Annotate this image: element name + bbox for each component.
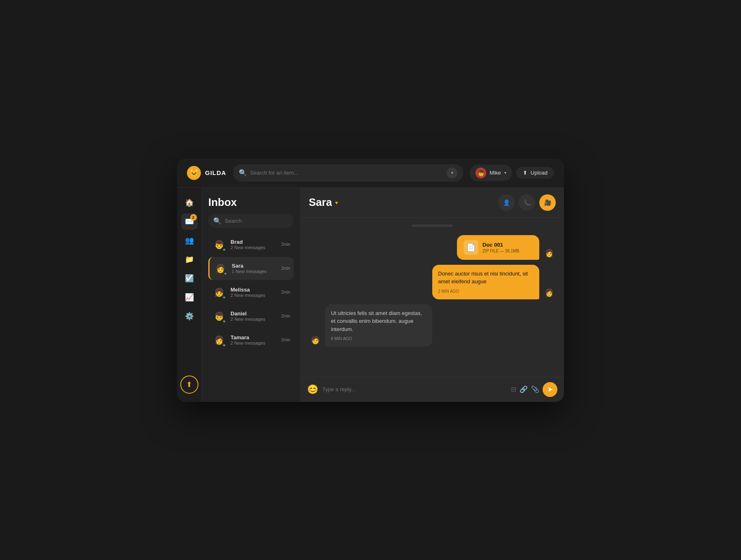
- call-button[interactable]: 📞: [519, 194, 535, 211]
- chat-actions: 👤 📞 🎥: [498, 194, 556, 211]
- contact-avatar-tamara: 👩: [212, 333, 226, 348]
- message-time-left-1: 8 MIN AGO: [331, 336, 426, 342]
- chat-input-area: 😊 ⊟ 🔗 📎 ➤: [301, 377, 564, 402]
- contact-time-brad: 2min: [281, 242, 290, 247]
- contact-sub-tamara: 2 New messages: [231, 341, 277, 345]
- inbox-badge: 2: [190, 214, 197, 221]
- contact-name-tamara: Tamara: [231, 334, 277, 341]
- contact-item-brad[interactable]: 👦 Brad 2 New messages 2min: [208, 233, 294, 256]
- user-avatar: 👦: [475, 168, 486, 178]
- sidebar-item-files[interactable]: 📁: [181, 251, 198, 268]
- msg-avatar-mike: 🧑: [309, 334, 322, 347]
- add-contact-button[interactable]: 👤: [498, 194, 515, 211]
- chat-messages: 📄 Doc 001 ZIP FILE — 36.1MB 👩 Donec auct…: [301, 218, 564, 377]
- message-bubble-left-1: Ut ultricies felis sit amet diam egestas…: [325, 304, 432, 347]
- inbox-search-input[interactable]: [225, 218, 289, 224]
- message-row-right-1: Donec auctor risus et nisi tincidunt, si…: [309, 265, 556, 299]
- message-row-file: 📄 Doc 001 ZIP FILE — 36.1MB 👩: [309, 235, 556, 260]
- contact-item-tamara[interactable]: 👩 Tamara 2 New messages 2min: [208, 329, 294, 352]
- logo-icon: 🐱: [187, 166, 201, 180]
- contact-info-tamara: Tamara 2 New messages: [231, 334, 277, 345]
- attachment-icon[interactable]: 📎: [531, 385, 539, 393]
- sidebar-upload-icon: ⬆: [186, 380, 192, 389]
- contact-item-daniel[interactable]: 👦 Daniel 2 New messages 2min: [208, 305, 294, 328]
- contact-info-brad: Brad 2 New messages: [231, 239, 277, 250]
- logo-text: GILDA: [205, 169, 226, 176]
- home-icon: 🏠: [185, 198, 194, 207]
- search-icon: 🔍: [239, 169, 247, 177]
- chat-chevron-icon[interactable]: ▾: [335, 199, 338, 206]
- video-call-button[interactable]: 🎥: [539, 194, 556, 211]
- user-chevron-icon: ▾: [504, 170, 506, 175]
- upload-label: Upload: [531, 170, 548, 176]
- contact-sub-brad: 2 New messages: [231, 245, 277, 250]
- contact-avatar-melissa: 👧: [212, 285, 226, 300]
- settings-icon: ⚙️: [185, 312, 194, 321]
- contact-name-brad: Brad: [231, 239, 277, 245]
- files-icon: 📁: [185, 255, 194, 264]
- top-bar: 🐱 GILDA 🔍 ▾ 👦 Mike ▾ ⬆ Upload: [177, 159, 564, 188]
- sidebar-item-inbox[interactable]: ✉️ 2: [181, 213, 198, 230]
- phone-icon: 📞: [524, 199, 531, 206]
- contact-sub-sara: 1 New messages: [232, 269, 277, 274]
- status-dot-tamara: [222, 343, 226, 347]
- video-icon: 🎥: [544, 199, 551, 206]
- inbox-search-icon: 🔍: [213, 217, 221, 225]
- link-icon[interactable]: 🔗: [520, 385, 528, 393]
- file-meta: ZIP FILE — 36.1MB: [482, 249, 519, 253]
- contact-info-melissa: Melissa 2 New messages: [231, 287, 277, 298]
- status-dot-melissa: [222, 296, 226, 299]
- contact-info-daniel: Daniel 2 New messages: [231, 310, 277, 322]
- contact-avatar-daniel: 👦: [212, 309, 226, 324]
- chat-user-info: Sara ▾: [309, 196, 338, 209]
- message-row-left-1: 🧑 Ut ultricies felis sit amet diam egest…: [309, 304, 556, 347]
- inbox-search-bar[interactable]: 🔍: [208, 214, 294, 228]
- contact-time-melissa: 2min: [281, 290, 290, 294]
- message-text-left-1: Ut ultricies felis sit amet diam egestas…: [331, 310, 422, 332]
- search-dropdown-button[interactable]: ▾: [447, 168, 457, 178]
- contact-sub-melissa: 2 New messages: [231, 293, 277, 298]
- send-icon: ➤: [548, 385, 553, 393]
- sidebar-upload-button[interactable]: ⬆: [180, 376, 198, 394]
- msg-avatar-sara-1: 👩: [543, 247, 556, 260]
- message-bubble-right-1: Donec auctor risus et nisi tincidunt, si…: [432, 265, 539, 299]
- format-text-icon[interactable]: ⊟: [511, 385, 516, 393]
- contact-time-sara: 2min: [281, 266, 290, 271]
- scroll-indicator: [412, 224, 453, 227]
- contact-time-tamara: 2min: [281, 338, 290, 342]
- contact-name-melissa: Melissa: [231, 287, 277, 293]
- app-container: 🐱 GILDA 🔍 ▾ 👦 Mike ▾ ⬆ Upload 🏠: [177, 159, 564, 402]
- sidebar-item-tasks[interactable]: ☑️: [181, 270, 198, 287]
- contact-time-daniel: 2min: [281, 314, 290, 318]
- inbox-panel: Inbox 🔍 👦 Brad 2 New messages 2min: [202, 188, 301, 402]
- global-search-input[interactable]: [250, 170, 444, 176]
- send-button[interactable]: ➤: [543, 382, 557, 397]
- upload-button[interactable]: ⬆ Upload: [516, 167, 554, 179]
- emoji-button[interactable]: 😊: [307, 384, 318, 395]
- status-dot-daniel: [222, 320, 226, 323]
- contact-avatar-sara: 👩: [213, 261, 228, 276]
- chat-panel: Sara ▾ 👤 📞 🎥: [301, 188, 564, 402]
- message-time-right-1: 2 MIN AGO: [438, 288, 534, 294]
- msg-avatar-sara-2: 👩: [543, 286, 556, 299]
- chat-header: Sara ▾ 👤 📞 🎥: [301, 188, 564, 218]
- sidebar-item-team[interactable]: 👥: [181, 232, 198, 249]
- add-contact-icon: 👤: [503, 199, 510, 206]
- file-name: Doc 001: [482, 242, 519, 248]
- main-area: 🏠 ✉️ 2 👥 📁 ☑️ 📈 ⚙️ ⬆: [177, 188, 564, 402]
- contact-name-daniel: Daniel: [231, 310, 277, 317]
- file-info: Doc 001 ZIP FILE — 36.1MB: [482, 242, 519, 253]
- analytics-icon: 📈: [185, 293, 194, 302]
- global-search-bar[interactable]: 🔍 ▾: [233, 164, 464, 182]
- user-menu-button[interactable]: 👦 Mike ▾: [470, 165, 512, 181]
- sidebar-item-analytics[interactable]: 📈: [181, 289, 198, 306]
- logo-area: 🐱 GILDA: [187, 166, 226, 180]
- message-text-right-1: Donec auctor risus et nisi tincidunt, si…: [438, 271, 528, 285]
- upload-icon: ⬆: [523, 170, 527, 176]
- reply-input[interactable]: [322, 386, 507, 392]
- input-actions: ⊟ 🔗 📎 ➤: [511, 382, 557, 397]
- contact-item-melissa[interactable]: 👧 Melissa 2 New messages 2min: [208, 281, 294, 304]
- contact-item-sara[interactable]: 👩 Sara 1 New messages 2min: [208, 257, 294, 280]
- sidebar-item-home[interactable]: 🏠: [181, 194, 198, 211]
- sidebar-item-settings[interactable]: ⚙️: [181, 308, 198, 324]
